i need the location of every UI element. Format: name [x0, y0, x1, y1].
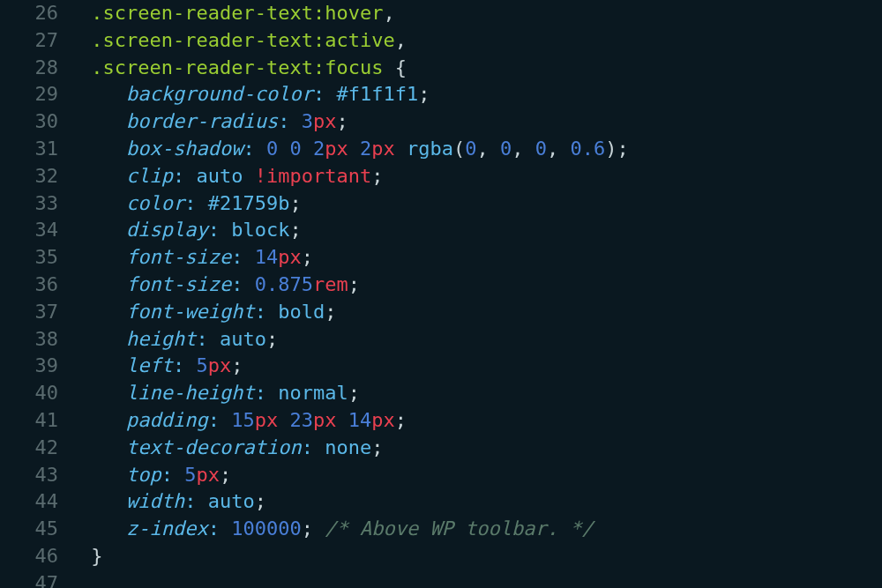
code-line[interactable]: 31 box-shadow: 0 0 2px 2px rgba(0, 0, 0,…: [0, 136, 882, 163]
token-plain: [313, 517, 325, 540]
token-selector: .screen-reader-text: [91, 2, 313, 24]
token-colon: :: [255, 382, 266, 404]
line-content[interactable]: padding: 15px 23px 14px;: [79, 407, 882, 435]
code-line[interactable]: 26 .screen-reader-text:hover,: [0, 0, 882, 27]
token-property: height: [126, 328, 196, 350]
line-number: 43: [0, 462, 79, 489]
token-unit: rem: [313, 273, 348, 295]
token-semicolon: ;: [348, 273, 360, 295]
line-content[interactable]: font-weight: bold;: [79, 299, 882, 326]
line-number: 32: [0, 163, 79, 190]
token-pseudo: :focus: [313, 56, 383, 78]
line-content[interactable]: z-index: 100000; /* Above WP toolbar. */: [79, 516, 882, 543]
code-line[interactable]: 35 font-size: 14px;: [0, 244, 882, 272]
line-content[interactable]: color: #21759b;: [79, 190, 882, 218]
token-plain: [220, 219, 231, 241]
token-colon: :: [255, 301, 266, 323]
line-content[interactable]: height: auto;: [79, 326, 882, 354]
code-line[interactable]: 36 font-size: 0.875rem;: [0, 272, 882, 299]
token-pseudo: :active: [313, 29, 395, 51]
code-line[interactable]: 45 z-index: 100000; /* Above WP toolbar.…: [0, 516, 882, 543]
code-editor[interactable]: 26 .screen-reader-text:hover,27 .screen-…: [0, 0, 882, 588]
token-hex: #f1f1f1: [336, 83, 418, 105]
token-plain: [208, 328, 220, 350]
token-number: 23: [289, 409, 313, 431]
line-number: 29: [0, 81, 79, 108]
code-line[interactable]: 47: [0, 570, 882, 588]
token-number: 0: [289, 138, 301, 160]
token-brace: {: [383, 56, 407, 78]
token-brace: }: [91, 545, 102, 567]
token-colon: :: [173, 165, 184, 187]
token-property: box-shadow: [126, 138, 243, 160]
code-line[interactable]: 46 }: [0, 543, 882, 570]
token-func: rgba: [407, 138, 453, 160]
code-line[interactable]: 38 height: auto;: [0, 326, 882, 354]
line-content[interactable]: line-height: normal;: [79, 380, 882, 407]
code-line[interactable]: 33 color: #21759b;: [0, 190, 882, 218]
token-number: 2: [360, 138, 371, 160]
token-hex: #21759b: [208, 192, 290, 214]
line-content[interactable]: top: 5px;: [79, 462, 882, 489]
token-property: z-index: [126, 517, 208, 540]
code-line[interactable]: 39 left: 5px;: [0, 353, 882, 380]
line-content[interactable]: background-color: #f1f1f1;: [79, 81, 882, 108]
token-paren: ): [605, 138, 617, 160]
line-content[interactable]: display: block;: [79, 217, 882, 244]
token-semicolon: ;: [395, 409, 407, 431]
code-line[interactable]: 42 text-decoration: none;: [0, 435, 882, 462]
line-number: 26: [0, 0, 79, 27]
line-content[interactable]: text-decoration: none;: [79, 435, 882, 462]
code-line[interactable]: 37 font-weight: bold;: [0, 299, 882, 326]
token-value-keyword: block: [231, 219, 289, 241]
token-plain: [278, 409, 289, 431]
token-number: 14: [255, 246, 279, 268]
line-content[interactable]: clip: auto !important;: [79, 163, 882, 190]
token-colon: :: [302, 436, 313, 458]
line-content[interactable]: .screen-reader-text:focus {: [79, 55, 882, 82]
token-plain: [278, 138, 289, 160]
line-number: 31: [0, 136, 79, 163]
token-unit: px: [325, 138, 348, 160]
line-number: 38: [0, 326, 79, 354]
code-line[interactable]: 28 .screen-reader-text:focus {: [0, 55, 882, 82]
line-content[interactable]: font-size: 14px;: [79, 244, 882, 272]
token-number: 3: [302, 110, 313, 132]
line-number: 36: [0, 272, 79, 299]
code-line[interactable]: 34 display: block;: [0, 217, 882, 244]
token-comma-sep: ,: [512, 138, 535, 160]
token-colon: :: [313, 83, 325, 105]
code-line[interactable]: 30 border-radius: 3px;: [0, 108, 882, 136]
line-content[interactable]: font-size: 0.875rem;: [79, 272, 882, 299]
line-number: 27: [0, 27, 79, 55]
code-line[interactable]: 32 clip: auto !important;: [0, 163, 882, 190]
token-plain: [220, 517, 231, 540]
line-content[interactable]: .screen-reader-text:hover,: [79, 0, 882, 27]
code-line[interactable]: 40 line-height: normal;: [0, 380, 882, 407]
token-unit: px: [313, 409, 337, 431]
token-plain: [184, 165, 196, 187]
line-content[interactable]: .screen-reader-text:active,: [79, 27, 882, 55]
token-selector: .screen-reader-text: [91, 56, 313, 78]
line-content[interactable]: }: [79, 543, 882, 570]
token-colon: :: [196, 328, 207, 350]
token-plain: [325, 83, 336, 105]
token-value-keyword: auto: [220, 328, 266, 350]
token-colon: :: [208, 409, 220, 431]
token-colon: :: [184, 192, 196, 214]
code-line[interactable]: 29 background-color: #f1f1f1;: [0, 81, 882, 108]
line-content[interactable]: box-shadow: 0 0 2px 2px rgba(0, 0, 0, 0.…: [79, 136, 882, 163]
token-number: 14: [348, 409, 372, 431]
code-line[interactable]: 44 width: auto;: [0, 488, 882, 516]
token-plain: [243, 165, 254, 187]
code-line[interactable]: 43 top: 5px;: [0, 462, 882, 489]
token-plain: [266, 382, 278, 404]
token-value-keyword: normal: [278, 382, 348, 404]
code-line[interactable]: 41 padding: 15px 23px 14px;: [0, 407, 882, 435]
line-content[interactable]: border-radius: 3px;: [79, 108, 882, 136]
line-content[interactable]: left: 5px;: [79, 353, 882, 380]
code-line[interactable]: 27 .screen-reader-text:active,: [0, 27, 882, 55]
token-plain: [173, 464, 184, 486]
line-number: 30: [0, 108, 79, 136]
line-content[interactable]: width: auto;: [79, 488, 882, 516]
